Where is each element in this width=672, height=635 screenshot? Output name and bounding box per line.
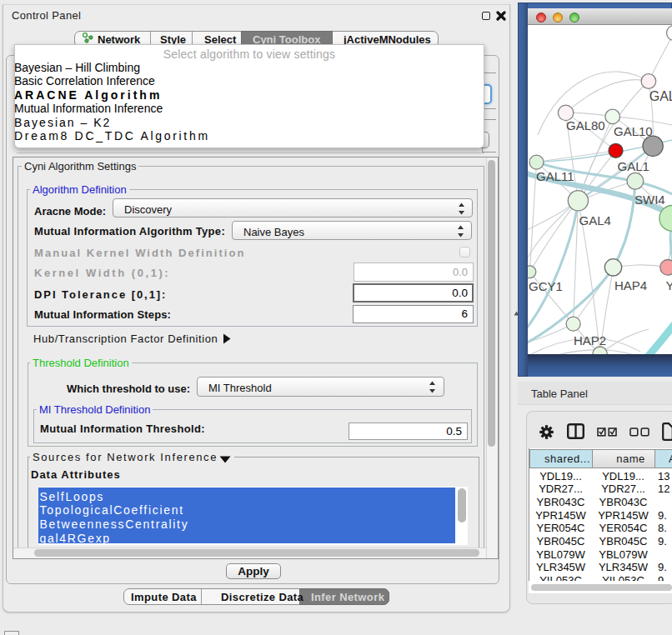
svg-text:Y: Y xyxy=(666,278,672,292)
svg-text:HAP4: HAP4 xyxy=(614,278,647,292)
svg-text:GAL10: GAL10 xyxy=(614,124,653,138)
svg-text:GAL: GAL xyxy=(649,89,672,103)
svg-text:GAL11: GAL11 xyxy=(536,169,574,183)
svg-text:GAL4: GAL4 xyxy=(579,213,611,228)
svg-text:GCY1: GCY1 xyxy=(529,279,563,293)
svg-text:HAP2: HAP2 xyxy=(574,333,606,348)
svg-text:GAL1: GAL1 xyxy=(618,159,649,173)
svg-text:SWI4: SWI4 xyxy=(634,192,665,207)
svg-text:GAL80: GAL80 xyxy=(566,118,605,132)
